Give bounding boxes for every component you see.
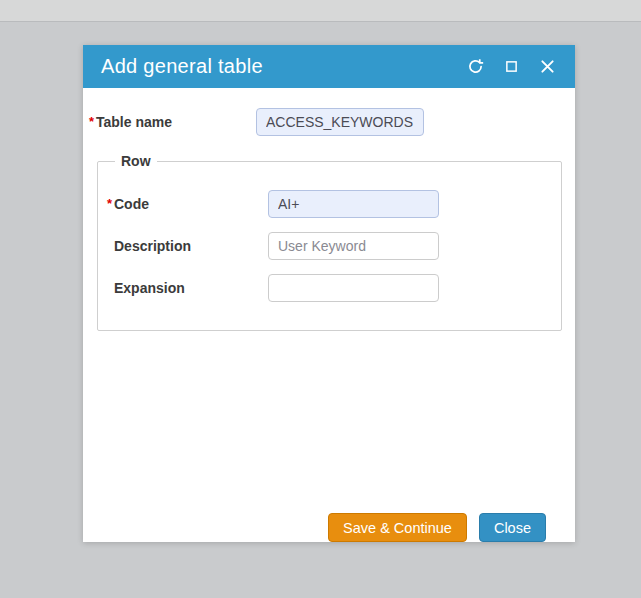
code-row: *Code (107, 190, 561, 218)
maximize-icon (505, 60, 518, 73)
description-row: Description (107, 232, 561, 260)
code-input[interactable] (268, 190, 439, 218)
dialog-header-actions (465, 57, 557, 77)
dialog-footer-buttons: Save & Continue Close (328, 513, 546, 542)
required-marker: * (89, 114, 96, 129)
close-icon (540, 59, 555, 74)
refresh-icon (467, 58, 484, 75)
table-name-input[interactable] (256, 108, 424, 136)
add-general-table-dialog: Add general table (83, 45, 575, 542)
row-group-legend: Row (115, 153, 157, 169)
expansion-label: Expansion (107, 280, 268, 296)
save-continue-button[interactable]: Save & Continue (328, 513, 467, 542)
expansion-row: Expansion (107, 274, 561, 302)
description-input[interactable] (268, 232, 439, 260)
description-label: Description (107, 238, 268, 254)
maximize-button[interactable] (501, 57, 521, 77)
close-dialog-button[interactable]: Close (479, 513, 546, 542)
refresh-button[interactable] (465, 57, 485, 77)
required-marker: * (107, 196, 114, 211)
expansion-input[interactable] (268, 274, 439, 302)
code-label: *Code (107, 196, 268, 212)
table-name-label: *Table name (89, 114, 256, 130)
table-name-row: *Table name (89, 108, 575, 136)
desktop-background: Add general table (0, 0, 641, 598)
dialog-header: Add general table (83, 45, 575, 88)
row-group: Row *Code Description Expansion (97, 153, 562, 331)
top-strip (0, 0, 641, 22)
dialog-title: Add general table (101, 55, 465, 78)
dialog-body: *Table name Row *Code Description Expans… (83, 108, 575, 562)
close-button[interactable] (537, 57, 557, 77)
